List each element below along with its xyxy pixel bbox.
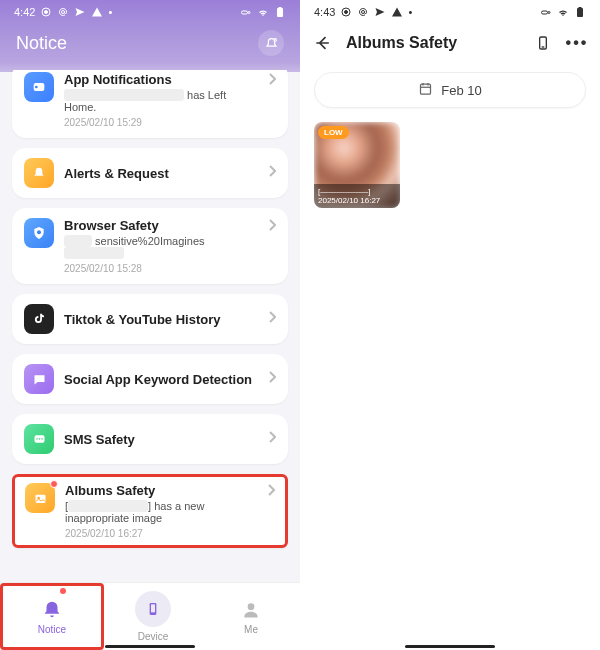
notice-header: Notice (0, 24, 300, 72)
card-tiktok-youtube[interactable]: Tiktok & YouTube History (12, 294, 288, 344)
nav-label: Me (244, 624, 258, 635)
phone-screen-notice: 4:42 • Notice (0, 0, 300, 650)
svg-point-18 (345, 11, 348, 14)
warning-icon (391, 6, 403, 18)
warning-icon (91, 6, 103, 18)
nav-label: Notice (38, 624, 66, 635)
chevron-right-icon (267, 483, 275, 501)
thumbnail-grid: LOW [——————] 2025/02/10 16:27 (300, 122, 600, 208)
send-icon (374, 6, 386, 18)
svg-point-1 (45, 11, 48, 14)
card-albums-safety[interactable]: Albums Safety [xxxxxxxxxx] has a new ina… (12, 474, 288, 548)
bell-icon (40, 598, 64, 622)
svg-rect-6 (279, 7, 282, 8)
alarm-settings-button[interactable] (258, 30, 284, 56)
card-title: Social App Keyword Detection (64, 372, 262, 387)
card-sms-safety[interactable]: SMS Safety (12, 414, 288, 464)
target-icon (340, 6, 352, 18)
browser-safety-icon (24, 218, 54, 248)
battery-icon (274, 6, 286, 18)
dot-icon: • (408, 6, 412, 18)
thumbnail-caption: [——————] 2025/02/10 16:27 (314, 184, 400, 208)
svg-rect-20 (542, 11, 548, 14)
person-icon (239, 598, 263, 622)
svg-point-21 (548, 12, 550, 14)
svg-point-9 (35, 86, 38, 89)
status-time: 4:43 (314, 6, 335, 18)
sms-icon (24, 424, 54, 454)
card-subtitle: xxxxxxxxxxxxxxxxx has Left Home. (64, 89, 262, 113)
card-title: Albums Safety (65, 483, 261, 498)
at-icon (357, 6, 369, 18)
social-keyword-icon (24, 364, 54, 394)
date-label: Feb 10 (441, 83, 481, 98)
svg-rect-12 (35, 494, 45, 502)
home-indicator (405, 645, 495, 648)
albums-header: Albums Safety ••• (300, 24, 600, 68)
svg-rect-5 (277, 8, 283, 17)
risk-tag: LOW (318, 126, 349, 139)
card-title: Alerts & Request (64, 166, 262, 181)
image-thumbnail[interactable]: LOW [——————] 2025/02/10 16:27 (314, 122, 400, 208)
svg-point-16 (248, 603, 255, 610)
chevron-right-icon (268, 72, 276, 90)
chevron-right-icon (268, 370, 276, 388)
alerts-icon (24, 158, 54, 188)
svg-rect-23 (579, 7, 582, 8)
card-app-notifications[interactable]: App Notifications xxxxxxxxxxxxxxxxx has … (12, 70, 288, 138)
battery-icon (574, 6, 586, 18)
svg-rect-26 (421, 84, 431, 94)
wifi-icon (557, 6, 569, 18)
card-title: App Notifications (64, 72, 262, 87)
chevron-right-icon (268, 164, 276, 182)
send-icon (74, 6, 86, 18)
svg-rect-22 (577, 8, 583, 17)
calendar-icon (418, 81, 433, 99)
at-icon (57, 6, 69, 18)
svg-point-10 (37, 230, 41, 234)
card-title: SMS Safety (64, 432, 262, 447)
target-icon (40, 6, 52, 18)
page-title: Notice (16, 33, 67, 54)
status-bar: 4:42 • (0, 0, 300, 24)
svg-point-4 (248, 12, 250, 14)
card-alerts-request[interactable]: Alerts & Request (12, 148, 288, 198)
nav-device[interactable]: Device (104, 583, 202, 650)
app-notifications-icon (24, 72, 54, 102)
home-indicator (105, 645, 195, 648)
phone-screen-albums: 4:43 • Albums Safety ••• (300, 0, 600, 650)
nav-label: Device (138, 631, 169, 642)
notice-list: App Notifications xxxxxxxxxxxxxxxxx has … (0, 70, 300, 582)
back-button[interactable] (312, 32, 334, 54)
more-button[interactable]: ••• (566, 32, 588, 54)
chevron-right-icon (268, 430, 276, 448)
card-subtitle: xxx sensitive%20Imagines xxxxxxx (64, 235, 262, 259)
card-social-keyword[interactable]: Social App Keyword Detection (12, 354, 288, 404)
device-icon (135, 591, 171, 627)
card-date: 2025/02/10 15:29 (64, 117, 262, 128)
card-subtitle: [xxxxxxxxxx] has a new inappropriate ima… (65, 500, 261, 524)
chevron-right-icon (268, 218, 276, 236)
albums-icon (25, 483, 55, 513)
vpn-icon (540, 6, 552, 18)
nav-me[interactable]: Me (202, 583, 300, 650)
nav-notice[interactable]: Notice (0, 583, 104, 650)
dot-icon: • (108, 6, 112, 18)
wifi-icon (257, 6, 269, 18)
chevron-right-icon (268, 310, 276, 328)
card-title: Browser Safety (64, 218, 262, 233)
card-browser-safety[interactable]: Browser Safety xxx sensitive%20Imagines … (12, 208, 288, 284)
vpn-icon (240, 6, 252, 18)
card-title: Tiktok & YouTube History (64, 312, 262, 327)
bottom-nav: Notice Device Me (0, 582, 300, 650)
svg-rect-3 (242, 11, 248, 14)
svg-rect-15 (151, 604, 155, 612)
card-date: 2025/02/10 16:27 (65, 528, 261, 539)
status-time: 4:42 (14, 6, 35, 18)
device-toggle-button[interactable] (532, 32, 554, 54)
tiktok-icon (24, 304, 54, 334)
status-bar: 4:43 • (300, 0, 600, 24)
card-date: 2025/02/10 15:28 (64, 263, 262, 274)
page-title: Albums Safety (346, 34, 520, 52)
date-filter[interactable]: Feb 10 (314, 72, 586, 108)
